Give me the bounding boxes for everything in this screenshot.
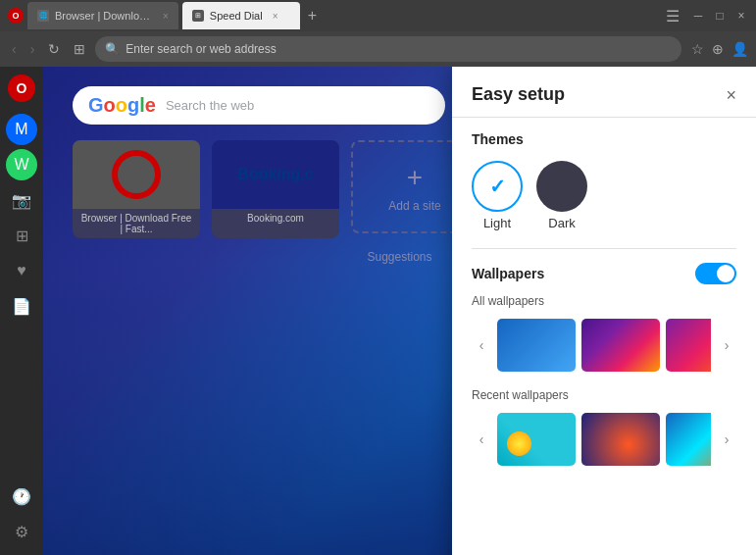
toolbar-icons: ☆ ⊕ 👤	[691, 41, 748, 57]
tab-1-icon: 🌐	[37, 10, 49, 22]
opera-o-logo	[112, 150, 161, 199]
all-wallpapers-next[interactable]: ›	[717, 316, 736, 375]
themes-row: ✓ Light Dark	[472, 161, 736, 230]
recent-wallpapers-grid	[497, 413, 711, 466]
wallpapers-toggle[interactable]	[695, 263, 736, 284]
new-tab-button[interactable]: +	[308, 7, 317, 25]
sidebar-item-news[interactable]: 📄	[6, 290, 37, 322]
theme-option-light[interactable]: ✓ Light	[472, 161, 523, 230]
recent-wallpapers-label: Recent wallpapers	[472, 388, 736, 402]
easy-setup-panel: Easy setup × Themes ✓ Light	[452, 67, 756, 555]
search-icon: 🔍	[105, 42, 120, 56]
opera-card-label: Browser | Download Free | Fast...	[73, 209, 200, 238]
panel-header-divider	[452, 117, 756, 118]
tab-2-label: Speed Dial	[210, 10, 263, 22]
booking-logo-text: Booking.c	[237, 166, 313, 183]
theme-circle-dark	[536, 161, 587, 212]
wallpaper-thumb-1[interactable]	[497, 319, 576, 372]
messenger-icon: M	[15, 121, 27, 138]
toggle-knob	[717, 265, 734, 282]
grid-icon: ⊞	[16, 227, 28, 245]
google-search-placeholder: Search the web	[166, 98, 254, 113]
recent-thumb-1[interactable]	[497, 413, 576, 466]
recent-thumb-2[interactable]	[581, 413, 660, 466]
wallpaper-thumb-3[interactable]	[666, 319, 711, 372]
recent-thumb-3[interactable]	[666, 413, 711, 466]
panel-close-button[interactable]: ×	[726, 86, 736, 104]
sidebar-item-camera[interactable]: 📷	[6, 184, 37, 216]
address-bar[interactable]: 🔍 Enter search or web address	[95, 36, 681, 62]
theme-label-dark: Dark	[548, 216, 575, 230]
close-window-button[interactable]: ×	[734, 9, 748, 23]
tab-1[interactable]: 🌐 Browser | Download Free | Fast... ×	[27, 2, 178, 29]
maximize-button[interactable]: □	[713, 9, 727, 23]
dial-card-booking[interactable]: Booking.c Booking.com	[212, 140, 339, 238]
heart-icon: ♥	[17, 262, 26, 279]
recent-wallpapers-next[interactable]: ›	[717, 410, 736, 469]
whatsapp-icon: W	[14, 156, 28, 174]
tab-2[interactable]: ⊞ Speed Dial ×	[182, 2, 300, 29]
minimize-button[interactable]: ─	[691, 9, 705, 23]
wallpapers-header: Wallpapers	[472, 263, 736, 284]
google-logo: Google	[88, 94, 156, 117]
all-wallpapers-label: All wallpapers	[472, 294, 736, 308]
news-icon: 📄	[12, 297, 31, 316]
bookmark-icon[interactable]: ☆	[691, 41, 704, 57]
sidebar-item-whatsapp[interactable]: W	[6, 149, 37, 180]
tab-1-close[interactable]: ×	[163, 11, 169, 22]
profile-icon[interactable]: 👤	[731, 41, 748, 57]
camera-icon: 📷	[12, 191, 31, 210]
tab-2-close[interactable]: ×	[273, 11, 278, 22]
main-content: O M W 📷 ⊞ ♥ 📄 🕐 ⚙	[0, 67, 756, 555]
panel-body: Themes ✓ Light Dark	[452, 131, 756, 555]
theme-check-light: ✓	[489, 175, 506, 198]
extensions-icon[interactable]: ⊕	[712, 41, 724, 57]
panel-header: Easy setup ×	[452, 67, 756, 117]
sidebar-opera-logo: O	[8, 75, 35, 102]
add-site-label: Add a site	[388, 199, 440, 213]
browser-frame: O 🌐 Browser | Download Free | Fast... × …	[0, 0, 756, 555]
wallpapers-section-title: Wallpapers	[472, 266, 544, 281]
tab-1-label: Browser | Download Free | Fast...	[55, 10, 153, 22]
address-text: Enter search or web address	[126, 42, 276, 56]
nav-bar: ‹ › ↻ ⊞ 🔍 Enter search or web address ☆ …	[0, 31, 756, 67]
panel-title: Easy setup	[472, 84, 565, 105]
clock-icon: 🕐	[12, 487, 31, 506]
opera-logo: O	[8, 8, 24, 24]
wallpaper-thumb-2[interactable]	[581, 319, 660, 372]
all-wallpapers-grid	[497, 319, 711, 372]
sidebar-item-grid[interactable]: ⊞	[6, 220, 37, 251]
settings-icon: ⚙	[15, 523, 28, 541]
sidebar: O M W 📷 ⊞ ♥ 📄 🕐 ⚙	[0, 67, 43, 555]
sidebar-item-favorites[interactable]: ♥	[6, 255, 37, 286]
sidebar-item-settings[interactable]: ⚙	[6, 516, 37, 547]
menu-icon[interactable]: ☰	[666, 7, 680, 25]
theme-option-dark[interactable]: Dark	[536, 161, 587, 230]
forward-button[interactable]: ›	[26, 39, 39, 59]
sidebar-item-history[interactable]: 🕐	[6, 480, 37, 512]
tab-2-icon: ⊞	[192, 10, 204, 22]
all-wallpapers-prev[interactable]: ‹	[472, 316, 491, 375]
booking-card-image: Booking.c	[212, 140, 339, 209]
google-search-bar[interactable]: Google Search the web	[73, 86, 445, 125]
booking-card-label: Booking.com	[212, 209, 339, 227]
all-wallpapers-row: ‹ ›	[472, 316, 736, 375]
back-button[interactable]: ‹	[8, 39, 21, 59]
dial-card-opera[interactable]: Browser | Download Free | Fast...	[73, 140, 200, 238]
opera-card-image	[73, 140, 200, 209]
title-bar: O 🌐 Browser | Download Free | Fast... × …	[0, 0, 756, 31]
add-plus-icon: +	[407, 162, 423, 193]
window-controls: ☰ ─ □ ×	[666, 7, 748, 25]
themes-wallpapers-divider	[472, 248, 736, 249]
theme-label-light: Light	[483, 216, 511, 230]
recent-wallpapers-row: ‹ ›	[472, 410, 736, 469]
themes-section-title: Themes	[472, 131, 736, 147]
refresh-button[interactable]: ↻	[44, 39, 64, 59]
sidebar-item-messenger[interactable]: M	[6, 114, 37, 145]
recent-wallpapers-prev[interactable]: ‹	[472, 410, 491, 469]
home-button[interactable]: ⊞	[70, 39, 89, 59]
theme-circle-light: ✓	[472, 161, 523, 212]
